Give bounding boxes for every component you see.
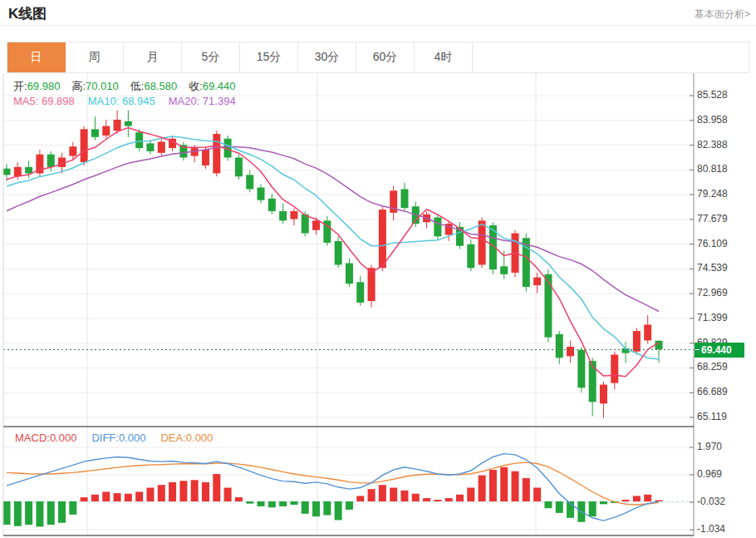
price-axis-label: 71.399: [697, 312, 728, 323]
low-label: 低:: [130, 80, 145, 92]
dea-value: DEA:0.000: [160, 432, 213, 444]
price-axis-label: 79.248: [697, 188, 728, 200]
close-label: 收:: [189, 80, 203, 92]
open-label: 开:: [13, 80, 27, 92]
high-value: 70.010: [86, 80, 119, 92]
price-axis-label: 82.388: [697, 139, 728, 151]
ma-readout: MA5: 69.898MA10: 68.945MA20: 71.394: [13, 95, 236, 107]
macd-value: MACD:0.000: [15, 432, 76, 444]
macd-axis-label: -1.034: [697, 523, 725, 535]
price-axis-label: 83.958: [697, 114, 728, 126]
price-axis-label: 66.689: [697, 386, 728, 397]
price-axis-label: 65.119: [697, 411, 727, 422]
price-axis-label: 68.259: [697, 361, 728, 373]
ma5-readout: MA5: 69.898: [13, 95, 75, 107]
macd-axis-label: 1.970: [697, 441, 722, 452]
ma10-readout: MA10: 68.945: [88, 95, 155, 107]
price-axis-label: 72.969: [697, 287, 728, 299]
price-axis-label: 85.528: [697, 89, 728, 101]
macd-axis-label: -0.032: [697, 496, 725, 507]
diff-value: DIFF:0.000: [91, 432, 145, 444]
ma20-readout: MA20: 71.394: [169, 95, 236, 107]
macd-axis-label: 0.969: [697, 468, 722, 480]
high-label: 高:: [71, 80, 86, 92]
open-value: 69.980: [27, 80, 61, 92]
kline-page: K线图 基本面分析> 日周月5分15分30分60分4时 开:69.980高:70…: [0, 0, 756, 538]
price-axis-label: 77.679: [697, 213, 728, 225]
close-value: 69.440: [203, 80, 236, 92]
price-axis-label: 76.109: [697, 238, 728, 249]
price-axis-label: 74.539: [697, 262, 728, 274]
ohlc-readout: 开:69.980高:70.010低:68.580收:69.440: [13, 79, 248, 94]
current-price-badge: 69.440: [695, 343, 744, 358]
price-axis-label: 80.818: [697, 163, 728, 175]
low-value: 68.580: [144, 80, 177, 92]
macd-readout: MACD:0.000DIFF:0.000DEA:0.000: [15, 432, 213, 444]
